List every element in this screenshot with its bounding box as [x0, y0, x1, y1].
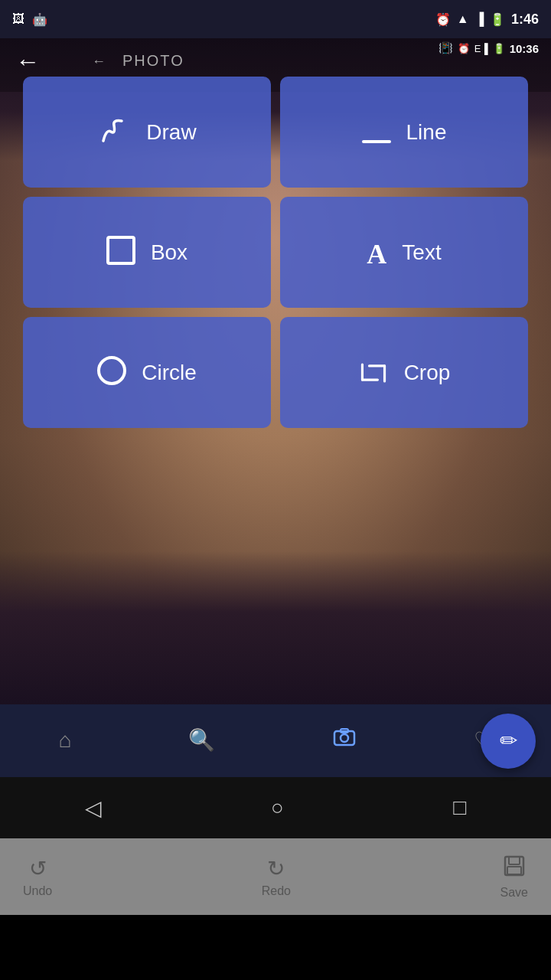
fab-button[interactable]: ✏	[481, 714, 536, 769]
status-icons-left: 🖼 🤖	[12, 12, 47, 27]
camera-icon	[332, 725, 357, 755]
inline-time: 📳	[439, 41, 453, 55]
line-button[interactable]: Line	[280, 77, 528, 188]
photo-header-status: 📳 ⏰ E▐ 🔋 10:36	[439, 41, 539, 55]
line-label: Line	[406, 120, 447, 145]
circle-label: Circle	[142, 361, 197, 385]
undo-icon: ↺	[29, 856, 47, 881]
gallery-icon: 🖼	[12, 12, 24, 26]
wifi-icon: ▲	[457, 12, 469, 26]
search-icon: 🔍	[188, 727, 215, 753]
home-icon: ⌂	[58, 728, 71, 753]
box-button[interactable]: Box	[23, 197, 271, 308]
svg-rect-8	[509, 857, 520, 864]
sys-home-button[interactable]: ○	[271, 795, 284, 820]
svg-point-5	[341, 734, 348, 742]
nav-search[interactable]: 🔍	[188, 727, 215, 754]
fab-pencil-icon: ✏	[500, 728, 517, 753]
redo-label: Redo	[262, 884, 291, 898]
save-icon	[503, 854, 526, 883]
battery-icon: 🔋	[490, 12, 505, 27]
crop-button[interactable]: Crop	[280, 317, 528, 428]
save-label: Save	[500, 886, 528, 900]
circle-button[interactable]: Circle	[23, 317, 271, 428]
circle-icon	[97, 356, 126, 390]
alarm-icon: ⏰	[435, 12, 451, 27]
nav-home[interactable]: ⌂	[58, 728, 71, 754]
signal-icon: ▐	[475, 12, 484, 26]
line-icon	[362, 117, 391, 148]
sys-recent-button[interactable]: □	[453, 795, 466, 820]
back-button-main[interactable]: ←	[15, 47, 40, 76]
redo-button[interactable]: ↻ Redo	[262, 856, 291, 898]
crop-icon	[358, 358, 389, 388]
svg-rect-9	[507, 867, 521, 874]
overlay-menu: Draw Line Box A Text	[23, 77, 528, 428]
box-icon	[106, 236, 135, 270]
inline-alarm: ⏰	[458, 43, 470, 54]
text-icon: A	[367, 237, 386, 268]
bottom-toolbar: ↺ Undo ↻ Redo Save	[0, 838, 551, 915]
draw-icon	[97, 113, 131, 152]
status-bar: 🖼 🤖 ⏰ ▲ ▐ 🔋 1:46	[0, 0, 551, 38]
save-button[interactable]: Save	[500, 854, 528, 900]
bottom-nav: ⌂ 🔍 ♡ ✏	[0, 704, 551, 777]
photo-area: 📳 ⏰ E▐ 🔋 10:36 ← ← PHOTO Draw Line	[0, 38, 551, 704]
system-nav-bar: ◁ ○ □	[0, 777, 551, 838]
inline-clock: 10:36	[510, 42, 539, 55]
inline-battery: 🔋	[493, 43, 505, 54]
nav-camera[interactable]	[332, 725, 357, 756]
redo-icon: ↻	[267, 856, 285, 881]
photo-title: PHOTO	[122, 52, 184, 70]
draw-button[interactable]: Draw	[23, 77, 271, 188]
box-label: Box	[151, 240, 187, 265]
undo-label: Undo	[23, 884, 52, 898]
inline-signal: E▐	[474, 43, 488, 54]
text-label: Text	[402, 240, 441, 265]
undo-button[interactable]: ↺ Undo	[23, 856, 52, 898]
status-icons-right: ⏰ ▲ ▐ 🔋 1:46	[435, 11, 539, 28]
sys-back-button[interactable]: ◁	[85, 795, 102, 821]
crop-label: Crop	[404, 361, 451, 385]
header-back-secondary[interactable]: ←	[92, 54, 106, 70]
status-time: 1:46	[511, 11, 539, 28]
android-icon: 🤖	[32, 12, 47, 27]
draw-label: Draw	[146, 120, 196, 145]
text-button[interactable]: A Text	[280, 197, 528, 308]
